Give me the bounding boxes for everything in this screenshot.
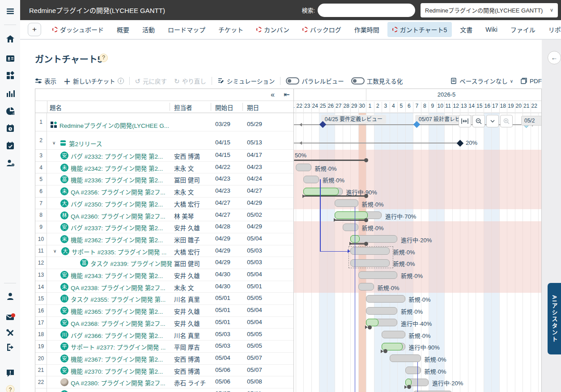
add-tab-button[interactable]: + (28, 23, 41, 36)
ticket-title-link[interactable]: 機能 #2343: プラグイン開発 第2... (71, 271, 172, 280)
start-date-cell: 04/30 (215, 271, 230, 278)
ticket-title-link[interactable]: バグ #2350: プラグイン開発 第2... (71, 199, 172, 208)
ticket-title-link[interactable]: Redmineプラグインの開発(LYCHEE G... (60, 121, 172, 130)
ticket-title-link[interactable]: タスク #2355: プラグイン開発 第... (71, 295, 172, 303)
gantt-bar[interactable] (366, 307, 397, 315)
fit-width-button[interactable] (459, 115, 471, 127)
gantt-bar[interactable] (343, 223, 358, 231)
search-input[interactable] (318, 4, 415, 17)
ticket-title-link[interactable]: サポート #2344: プラグイン開発 (71, 390, 172, 392)
ticket-title-link[interactable]: 機能 #2365: プラグイン開発 第2... (71, 307, 172, 316)
ticket-title-link[interactable]: サポート #2377: プラグイン開発 ... (71, 342, 172, 351)
ticket-title-link[interactable]: 機能 #2367: プラグイン開発 第2... (71, 354, 172, 363)
gantt-bar[interactable] (296, 164, 311, 171)
avatar: 安 (60, 152, 68, 160)
gantt-bar[interactable] (405, 367, 421, 374)
ticket-title-link[interactable]: 機能 #2342: プラグイン開発 第2... (71, 164, 172, 173)
ticket-title-link[interactable]: バグ #2366: プラグイン開発 第2... (71, 331, 172, 340)
caret-down-icon[interactable]: ∨ (52, 140, 55, 145)
tab-1[interactable]: ダッシュボード (47, 22, 109, 37)
pdf-export-button[interactable]: PDF (520, 77, 542, 84)
new-ticket-button[interactable]: ＋ 新しいチケット i (64, 76, 124, 86)
ticket-title-link[interactable]: QA #2360: プラグイン開発 第2フ... (71, 211, 172, 220)
id-badge-icon[interactable] (5, 54, 15, 63)
assignee-cell: 米田 雛子 (174, 235, 200, 244)
tab-12[interactable]: ファイル (506, 22, 540, 37)
effort-visualize-toggle[interactable]: 工数見える化 (351, 76, 403, 85)
calendar-check-icon[interactable] (5, 141, 15, 151)
ticket-title-link[interactable]: 機能 #2362: プラグイン開発 第2... (71, 235, 172, 244)
user-gear-icon[interactable] (5, 158, 15, 168)
project-selector[interactable]: Redmineプラグインの開発(LYCHEE GANTT) ∨ (421, 3, 558, 17)
row-number: 9 (35, 221, 47, 233)
calendar-clock-icon[interactable] (5, 123, 15, 133)
ticket-title-link[interactable]: QA #2368: プラグイン開発 第2フ... (71, 319, 172, 328)
redo-button[interactable]: ↻ やり直し (174, 76, 206, 85)
undo-button[interactable]: ↺ 元に戻す (135, 76, 167, 85)
ticket-title-link[interactable]: 機能 #2370: プラグイン開発 第2... (71, 367, 172, 375)
bar-chart-icon[interactable] (5, 89, 15, 98)
ticket-title-link[interactable]: バグ #2337: プラグイン開発 第2... (71, 223, 172, 232)
help-icon[interactable]: ? (99, 54, 108, 62)
tab-7[interactable]: バックログ (298, 22, 346, 37)
day-number: 27 (335, 103, 343, 109)
home-icon[interactable] (5, 34, 15, 44)
gantt-bar-progress[interactable] (335, 211, 368, 219)
tab-10[interactable]: 文書 (455, 22, 477, 37)
collapse-panel-button[interactable]: ← (548, 51, 561, 64)
ticket-title-link[interactable]: QA #2356: プラグイン開発 第2フ... (71, 187, 172, 196)
menu-icon[interactable] (5, 6, 15, 16)
baseline-selector[interactable]: ベースラインなし ∨ (450, 76, 513, 85)
gantt-bar[interactable] (366, 295, 405, 303)
feedback-icon[interactable] (5, 368, 15, 378)
tools-icon[interactable] (5, 328, 15, 338)
ticket-title-link[interactable]: QA #2380: プラグイン開発 第2フ... (71, 378, 172, 387)
tab-8[interactable]: 作業時間 (349, 22, 384, 37)
ticket-title-link[interactable]: タスク #2339: プラグイン開発... (90, 259, 172, 268)
ticket-title-link[interactable]: QA #2338: プラグイン開発 第2フ... (71, 283, 172, 292)
tab-13[interactable]: リポジト (544, 22, 561, 37)
tab-9[interactable]: ガントチャート5 (387, 22, 452, 37)
display-options-button[interactable]: 表示 (35, 76, 56, 85)
tab-5[interactable]: チケット (213, 22, 248, 37)
tab-11[interactable]: Wiki (480, 23, 502, 36)
tab-2[interactable]: 概要 (112, 22, 134, 37)
gantt-bar[interactable] (413, 391, 452, 392)
gantt-bar-progress[interactable] (366, 319, 378, 326)
gantt-bar[interactable] (335, 199, 358, 207)
version-milestone-diamond[interactable] (457, 139, 464, 147)
zoom-out-icon (475, 118, 482, 125)
ai-assistant-button[interactable]: AIアシスタント (548, 283, 561, 354)
pie-chart-icon[interactable] (5, 106, 15, 116)
parallel-view-toggle[interactable]: パラレルビュー (286, 76, 344, 85)
tab-3[interactable]: 活動 (137, 22, 160, 37)
day-separator (350, 102, 351, 112)
user-icon[interactable] (5, 291, 15, 301)
simulation-button[interactable]: シミュレーション (217, 76, 275, 85)
ticket-title-link[interactable]: バグ #2332: プラグイン開発 第2... (71, 152, 172, 160)
gantt-bar[interactable] (382, 331, 405, 338)
tab-6[interactable]: カンバン (251, 22, 294, 37)
status-label: 新規·0% (315, 164, 337, 173)
mail-icon[interactable] (5, 312, 15, 322)
day-separator (374, 102, 374, 112)
pane-collapse-icons[interactable]: « ⇤ (271, 90, 293, 99)
apps-grid-icon[interactable] (5, 71, 15, 80)
actual-progress-line (294, 160, 366, 161)
ticket-title-link[interactable]: 第2リリース (69, 139, 172, 148)
chevron-down-button[interactable] (486, 115, 499, 127)
tab-4[interactable]: ロードマップ (163, 22, 210, 37)
zoom-in-button[interactable] (500, 115, 513, 127)
caret-down-icon[interactable]: ∨ (53, 249, 56, 253)
ticket-title-link[interactable]: サポート #2335: プラグイン開発 ... (72, 247, 172, 256)
day-number: 29 (350, 103, 358, 109)
help-icon[interactable]: ? (5, 384, 15, 392)
gantt-bar-progress[interactable] (303, 188, 339, 195)
ticket-title-link[interactable]: 機能 #2336: プラグイン開発 第2... (71, 175, 172, 184)
gantt-bar[interactable] (358, 283, 374, 291)
logout-icon[interactable] (5, 342, 15, 352)
zoom-out-button[interactable] (472, 115, 485, 127)
gantt-bar[interactable] (390, 354, 421, 362)
gantt-bar[interactable] (358, 271, 398, 279)
gantt-bar[interactable] (303, 176, 319, 183)
